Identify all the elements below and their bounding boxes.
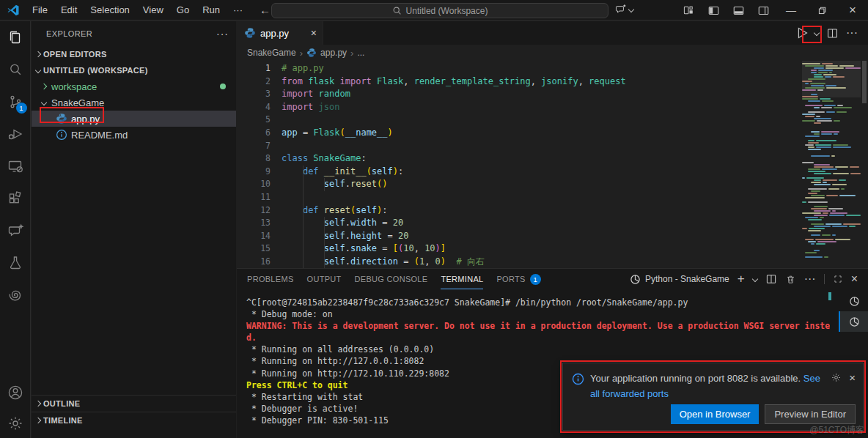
back-icon[interactable]: ← (260, 4, 271, 16)
panel-tab-debug-console[interactable]: DEBUG CONSOLE (355, 269, 428, 289)
new-terminal-button[interactable]: + (738, 272, 745, 286)
section-timeline[interactable]: TIMELINE (32, 412, 236, 428)
extensions-icon[interactable] (0, 182, 31, 215)
terminal-instances-list (839, 291, 868, 332)
code-line-12: def reset(self): (282, 204, 798, 218)
python-file-icon (56, 113, 67, 125)
restore-button[interactable] (806, 0, 837, 21)
panel-tabs: PROBLEMSOUTPUTDEBUG CONSOLETERMINALPORTS… (247, 269, 541, 289)
run-and-debug-icon[interactable] (0, 118, 31, 150)
split-terminal-icon[interactable] (765, 273, 777, 285)
code-line-10: self.reset() (282, 178, 798, 191)
terminal-line: * Running on all addresses (0.0.0.0) (246, 344, 830, 355)
info-icon (572, 373, 584, 385)
menu-item-file[interactable]: File (26, 2, 54, 18)
activity-bar: 1 (0, 21, 31, 438)
menu-item-edit[interactable]: Edit (54, 2, 84, 18)
open-in-browser-button[interactable]: Open in Browser (671, 404, 760, 424)
code-line-2: from flask import Flask, render_template… (282, 75, 798, 89)
command-center-search[interactable]: Untitled (Workspace) (271, 3, 608, 18)
close-window-button[interactable]: × (837, 0, 868, 21)
copilot-button[interactable] (614, 3, 633, 15)
toggle-panel-button[interactable] (726, 0, 751, 21)
menu-item-selection[interactable]: Selection (84, 2, 136, 18)
maximize-panel-icon[interactable] (833, 274, 843, 284)
source-control-icon[interactable]: 1 (0, 86, 31, 118)
code-line-6: app = Flask(__name__) (282, 127, 798, 140)
terminal-profile-icon (630, 274, 641, 285)
line-numbers: 12345678910111213141516 (237, 62, 271, 268)
terminal-instance-2[interactable] (839, 311, 868, 332)
remote-explorer-icon[interactable] (0, 150, 31, 182)
explorer-more-actions[interactable]: ··· (216, 28, 229, 40)
search-label: Untitled (Workspace) (406, 6, 488, 16)
tree-item-app-py[interactable]: app.py (32, 111, 236, 127)
search-icon[interactable] (0, 53, 31, 86)
watermark: @51CTO博客 (809, 424, 864, 437)
minimap[interactable] (802, 61, 861, 268)
tab-label: app.py (260, 28, 289, 39)
run-python-file-button[interactable] (794, 25, 810, 41)
explorer-sidebar: EXPLORER ··· OPEN EDITORS UNTITLED (WORK… (32, 21, 236, 438)
panel-tab-terminal[interactable]: TERMINAL (441, 269, 483, 289)
toggle-primary-sidebar-button[interactable] (701, 0, 726, 21)
notification-settings-gear-icon[interactable] (831, 372, 842, 383)
explorer-icon[interactable] (0, 21, 31, 53)
spiral-extension-icon[interactable] (0, 279, 31, 311)
customize-layout-button[interactable] (676, 0, 701, 21)
code-line-3: import random (282, 88, 798, 101)
minimize-button[interactable]: — (776, 0, 806, 21)
terminal-instance-title[interactable]: Python - SnakeGame (630, 274, 729, 285)
code-line-11 (282, 191, 798, 204)
code-content: # app.pyfrom flask import Flask, render_… (282, 62, 798, 268)
breadcrumb[interactable]: SnakeGame › app.py › ... (237, 45, 868, 61)
terminal-line: d. (246, 332, 830, 344)
code-line-4: import json (282, 101, 798, 114)
panel-tab-problems[interactable]: PROBLEMS (247, 269, 294, 289)
tab-close-icon[interactable]: × (311, 27, 317, 39)
terminal-dropdown-icon[interactable] (751, 276, 757, 282)
menu-more[interactable]: ··· (227, 2, 249, 18)
editor-more-actions[interactable]: ··· (846, 26, 858, 40)
python-file-icon (244, 27, 256, 39)
code-line-13: self.width = 20 (282, 217, 798, 230)
section-open-editors[interactable]: OPEN EDITORS (32, 46, 236, 62)
code-editor[interactable]: 12345678910111213141516 # app.pyfrom fla… (237, 61, 868, 268)
notification-close-icon[interactable]: × (849, 372, 856, 383)
code-line-7 (282, 140, 798, 153)
tree-item-readme[interactable]: README.md (32, 127, 236, 143)
menu-item-run[interactable]: Run (196, 2, 227, 18)
code-line-15: self.snake = [(10, 10)] (282, 242, 798, 256)
tab-app-py[interactable]: app.py × (237, 21, 323, 45)
section-outline[interactable]: OUTLINE (32, 396, 236, 412)
title-bar: FileEditSelectionViewGoRun ··· ← → Untit… (0, 0, 868, 21)
tree-item-snakegame[interactable]: SnakeGame (32, 94, 236, 111)
editor-scrollbar[interactable] (861, 61, 868, 268)
port-notification-toast: Your application running on port 8082 is… (562, 363, 864, 431)
split-editor-icon[interactable] (826, 27, 839, 40)
menu-item-go[interactable]: Go (170, 2, 196, 18)
vscode-window: FileEditSelectionViewGoRun ··· ← → Untit… (0, 0, 868, 438)
terminal-line: ^C[root@724815ab2238487f9c28c733a6c329c7… (246, 297, 830, 308)
close-panel-icon[interactable]: × (851, 272, 858, 286)
menu-item-view[interactable]: View (136, 2, 170, 18)
editor-tab-bar: app.py × ··· (237, 21, 868, 45)
python-file-icon (306, 48, 317, 58)
panel-tab-output[interactable]: OUTPUT (307, 269, 342, 289)
toggle-secondary-sidebar-button[interactable] (751, 0, 776, 21)
section-workspace-root[interactable]: UNTITLED (WORKSPACE) (32, 62, 236, 78)
run-dropdown-icon[interactable] (814, 30, 820, 36)
settings-gear-icon[interactable] (0, 409, 31, 438)
panel-more-actions[interactable]: ··· (804, 272, 816, 286)
panel-tab-ports[interactable]: PORTS1 (496, 269, 540, 289)
terminal-instance-1[interactable] (839, 291, 868, 311)
kill-terminal-icon[interactable] (785, 274, 796, 285)
terminal-profile-icon (849, 316, 860, 327)
chat-icon[interactable] (0, 215, 31, 247)
terminal-scrollbar-mark (828, 292, 831, 300)
tree-item-workspace[interactable]: workspace (32, 78, 236, 94)
preview-in-editor-button[interactable]: Preview in Editor (765, 404, 856, 424)
info-file-icon (56, 129, 67, 141)
accounts-icon[interactable] (0, 376, 31, 409)
testing-icon[interactable] (0, 247, 31, 279)
